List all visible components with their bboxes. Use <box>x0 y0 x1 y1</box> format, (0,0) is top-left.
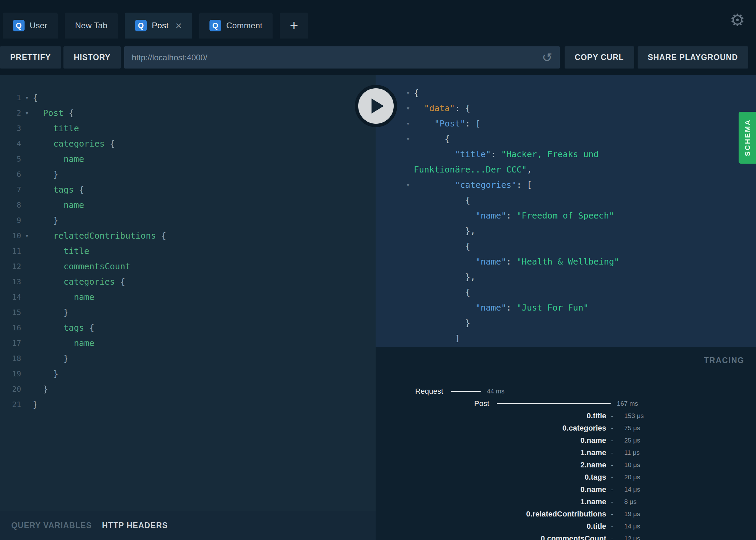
trace-time: 153 μs <box>624 412 644 420</box>
fold-gutter <box>21 182 33 197</box>
execute-button[interactable] <box>355 85 397 127</box>
editor-line: 7 tags { <box>0 182 376 197</box>
fold-gutter <box>402 239 414 254</box>
fold-gutter <box>402 300 414 315</box>
response-text: { <box>414 285 470 300</box>
fold-gutter <box>21 289 33 305</box>
trace-label: 0.tags <box>384 473 606 482</box>
response-line: ▾ "data": { <box>376 101 756 116</box>
response-line: "name": "Just For Fun" <box>376 300 756 315</box>
fold-arrow-icon[interactable]: ▾ <box>402 131 414 147</box>
prettify-button[interactable]: PRETTIFY <box>0 46 61 69</box>
code-text: } <box>33 167 58 182</box>
trace-row: Request44 ms <box>376 385 756 397</box>
fold-gutter <box>402 285 414 300</box>
trace-label: 0.title <box>384 522 606 531</box>
editor-line: 10▾ relatedContributions { <box>0 228 376 243</box>
editor-line: 5 name <box>0 151 376 167</box>
response-text: "Post": [ <box>414 116 481 131</box>
trace-row: 0.title-14 μs <box>376 520 756 532</box>
editor-line: 15 } <box>0 305 376 320</box>
code-text: } <box>33 213 58 228</box>
tab-bar: QUserNew TabQPost×QComment + ⚙ <box>0 0 756 39</box>
fold-arrow-icon[interactable]: ▾ <box>402 101 414 116</box>
editor-line: 14 name <box>0 289 376 305</box>
fold-arrow-icon[interactable]: ▾ <box>21 90 33 105</box>
fold-arrow-icon[interactable]: ▾ <box>402 177 414 193</box>
fold-arrow-icon[interactable]: ▾ <box>402 116 414 131</box>
response-line: }, <box>376 269 756 285</box>
code-text: name <box>33 289 94 305</box>
trace-time: 14 μs <box>624 523 640 530</box>
response-pane-column: ▾{▾ "data": {▾ "Post": [▾ { "title": "Ha… <box>376 75 756 540</box>
fold-gutter <box>21 136 33 151</box>
fold-arrow-icon[interactable]: ▾ <box>402 85 414 101</box>
editor-line: 6 } <box>0 167 376 182</box>
code-text: Post { <box>33 105 74 121</box>
fold-gutter <box>402 254 414 269</box>
response-pane[interactable]: ▾{▾ "data": {▾ "Post": [▾ { "title": "Ha… <box>376 75 756 347</box>
fold-arrow-icon[interactable]: ▾ <box>21 228 33 243</box>
editor-line: 3 title <box>0 121 376 136</box>
trace-time: 19 μs <box>624 510 640 518</box>
tab-label: User <box>30 21 47 30</box>
schema-tab[interactable]: SCHEMA <box>739 112 756 164</box>
trace-label: Post <box>384 399 489 408</box>
reload-icon[interactable]: ↺ <box>542 50 552 65</box>
trace-dash: - <box>611 461 613 469</box>
trace-dash: - <box>611 412 613 420</box>
line-number: 7 <box>0 182 21 197</box>
trace-time: 11 μs <box>624 449 640 456</box>
url-input[interactable] <box>124 46 559 69</box>
tab-user[interactable]: QUser <box>3 13 58 39</box>
tracing-title: TRACING <box>704 356 744 365</box>
code-text: } <box>33 366 58 381</box>
line-number: 4 <box>0 136 21 151</box>
editor-line: 9 } <box>0 213 376 228</box>
editor-line: 20 } <box>0 381 376 397</box>
trace-label: 0.name <box>384 485 606 494</box>
fold-gutter <box>402 147 414 162</box>
code-text: name <box>33 151 84 167</box>
schema-tab-label: SCHEMA <box>743 119 752 156</box>
query-variables-tab[interactable]: QUERY VARIABLES <box>11 521 92 530</box>
line-number: 15 <box>0 305 21 320</box>
trace-time: 12 μs <box>624 535 640 540</box>
graphql-playground-window: QUserNew TabQPost×QComment + ⚙ PRETTIFY … <box>0 0 756 540</box>
trace-dash: - <box>611 486 613 494</box>
add-tab-button[interactable]: + <box>280 13 308 39</box>
trace-label: 0.name <box>384 436 606 445</box>
fold-arrow-icon[interactable]: ▾ <box>21 105 33 121</box>
settings-gear-icon[interactable]: ⚙ <box>730 12 745 29</box>
copy-curl-button[interactable]: COPY CURL <box>565 46 634 69</box>
trace-time: 20 μs <box>624 474 640 481</box>
editor-line: 11 title <box>0 243 376 259</box>
code-text: } <box>33 351 69 366</box>
tab-label: Comment <box>226 21 262 30</box>
share-playground-button[interactable]: SHARE PLAYGROUND <box>638 46 748 69</box>
query-editor[interactable]: 1▾{2▾ Post {3 title4 categories {5 name6… <box>0 75 376 511</box>
history-button[interactable]: HISTORY <box>63 46 121 69</box>
fold-gutter <box>21 366 33 381</box>
response-text: { <box>414 85 419 101</box>
editor-line: 12 commentsCount <box>0 259 376 274</box>
http-headers-tab[interactable]: HTTP HEADERS <box>102 521 168 530</box>
response-line: ▾ "categories": [ <box>376 177 756 193</box>
tab-comment[interactable]: QComment <box>199 13 273 39</box>
response-line: { <box>376 239 756 254</box>
fold-gutter <box>21 213 33 228</box>
fold-gutter <box>402 269 414 285</box>
trace-row: 1.name-11 μs <box>376 447 756 459</box>
top-bar: QUserNew TabQPost×QComment + ⚙ PRETTIFY … <box>0 0 756 69</box>
trace-label: 2.name <box>384 461 606 469</box>
response-text: "categories": [ <box>414 177 532 193</box>
fold-gutter <box>402 193 414 208</box>
code-text: } <box>33 305 69 320</box>
response-line: ] <box>376 331 756 346</box>
tab-new-tab[interactable]: New Tab <box>65 13 118 39</box>
close-tab-icon[interactable]: × <box>175 20 182 31</box>
response-line: { <box>376 285 756 300</box>
trace-time: 8 μs <box>624 498 637 506</box>
tab-post[interactable]: QPost× <box>125 13 192 39</box>
trace-row: 0.categories-75 μs <box>376 422 756 434</box>
